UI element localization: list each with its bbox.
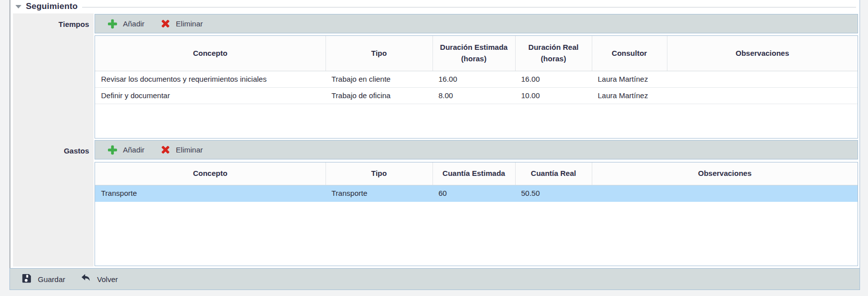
gastos-table: Concepto Tipo Cuantía Estimada Cuantía R…: [95, 162, 858, 202]
tiempos-label: Tiempos: [59, 20, 89, 28]
col-duracion-real: Duración Real(horas): [515, 36, 592, 71]
save-icon: [21, 273, 32, 286]
section-title: Seguimiento: [26, 1, 78, 11]
plus-icon: [107, 18, 118, 29]
x-icon: [160, 18, 171, 29]
tiempos-toolbar: Añadir Eliminar: [95, 14, 858, 33]
tiempos-table-container: Concepto Tipo Duración Estimada(horas) D…: [95, 35, 858, 139]
gastos-add-button[interactable]: Añadir: [103, 145, 149, 155]
gastos-toolbar: Añadir Eliminar: [95, 140, 858, 159]
col-cuantia-real: Cuantía Real: [515, 162, 592, 185]
col-duracion-estimada: Duración Estimada(horas): [433, 36, 515, 71]
tiempos-header-row: Concepto Tipo Duración Estimada(horas) D…: [95, 36, 858, 71]
table-row[interactable]: Revisar los documentos y requerimientos …: [95, 71, 858, 87]
col-cuantia-estimada: Cuantía Estimada: [433, 162, 515, 185]
page: { "colors":{ "page-bg":"#f2f3f4","panel-…: [0, 0, 868, 296]
back-button[interactable]: Volver: [76, 273, 122, 286]
col-tipo: Tipo: [326, 162, 433, 185]
save-button[interactable]: Guardar: [17, 273, 69, 286]
col-observaciones: Observaciones: [667, 36, 858, 71]
tiempos-add-label: Añadir: [123, 19, 144, 28]
footer-action-bar: Guardar Volver: [9, 268, 860, 290]
tiempos-delete-label: Eliminar: [176, 19, 203, 28]
tiempos-delete-button[interactable]: Eliminar: [156, 18, 207, 29]
labels-column: Tiempos Gastos: [13, 13, 94, 267]
x-icon: [160, 145, 171, 155]
collapse-triangle-icon[interactable]: [15, 5, 21, 8]
col-concepto: Concepto: [95, 162, 326, 185]
seguimiento-panel: Seguimiento Tiempos Gastos Añadir Elimin…: [9, 0, 860, 290]
main-column: Añadir Eliminar Concepto Tipo: [95, 14, 858, 266]
save-label: Guardar: [38, 275, 65, 284]
legend-divider: [82, 7, 856, 7]
section-header: Seguimiento: [15, 1, 856, 11]
col-observaciones: Observaciones: [592, 162, 858, 185]
col-concepto: Concepto: [95, 36, 326, 71]
gastos-delete-label: Eliminar: [176, 146, 203, 154]
gastos-header-row: Concepto Tipo Cuantía Estimada Cuantía R…: [95, 162, 858, 185]
gastos-table-container: Concepto Tipo Cuantía Estimada Cuantía R…: [95, 162, 858, 266]
plus-icon: [107, 145, 118, 155]
undo-arrow-icon: [80, 273, 92, 286]
tiempos-table: Concepto Tipo Duración Estimada(horas) D…: [95, 36, 858, 104]
gastos-label: Gastos: [64, 147, 89, 155]
col-tipo: Tipo: [326, 36, 433, 71]
back-label: Volver: [97, 275, 118, 284]
table-row-selected[interactable]: Transporte Transporte 60 50.50: [95, 185, 858, 201]
tiempos-add-button[interactable]: Añadir: [103, 18, 149, 29]
gastos-add-label: Añadir: [123, 146, 144, 154]
col-consultor: Consultor: [592, 36, 667, 71]
gastos-delete-button[interactable]: Eliminar: [156, 145, 207, 155]
table-row[interactable]: Definir y documentar Trabajo de oficina …: [95, 87, 858, 104]
